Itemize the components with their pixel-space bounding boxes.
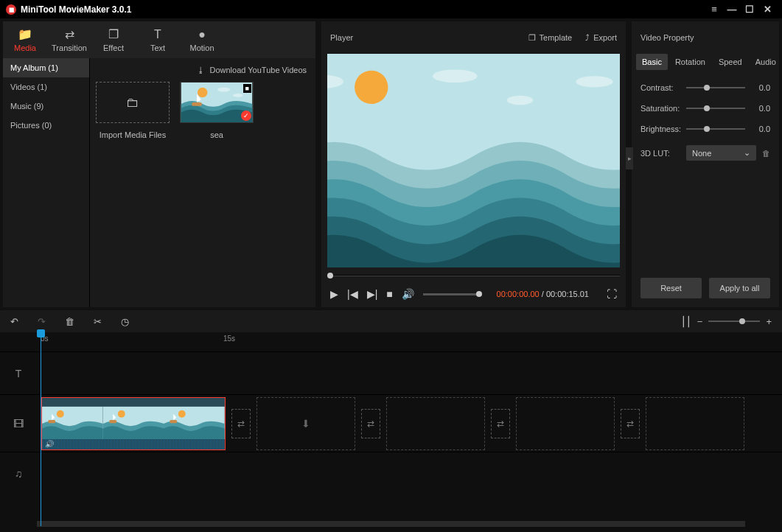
export-button[interactable]: ⤴ Export <box>585 33 617 42</box>
tab-effect-label: Effect <box>103 43 124 52</box>
tab-transition-label: Transition <box>52 43 87 52</box>
scrub-track <box>327 275 620 276</box>
album-pictures[interactable]: Pictures (0) <box>3 116 89 135</box>
scrub-bar[interactable] <box>327 272 620 279</box>
svg-point-10 <box>507 96 533 105</box>
import-label: Import Media Files <box>96 130 170 139</box>
template-button[interactable]: ❐ Template <box>528 33 573 43</box>
prop-tab-basic[interactable]: Basic <box>636 54 668 70</box>
transition-slot-3[interactable]: ⇄ <box>491 409 510 438</box>
video-track-icon: 🎞 <box>0 418 37 430</box>
text-track-body[interactable] <box>37 352 782 394</box>
contrast-slider[interactable] <box>686 87 745 88</box>
playhead[interactable] <box>41 335 41 526</box>
empty-slot-3[interactable] <box>516 397 615 450</box>
svg-point-1 <box>198 88 208 98</box>
close-button[interactable]: ✕ <box>758 4 776 15</box>
timeline-scrollbar[interactable] <box>37 521 745 527</box>
media-thumb[interactable]: ■ ✓ <box>180 82 254 123</box>
reset-button[interactable]: Reset <box>640 278 702 298</box>
trash-icon[interactable]: 🗑 <box>762 149 770 158</box>
speed-tool-button[interactable]: ◷ <box>121 316 129 327</box>
zoom-in-button[interactable]: + <box>766 316 772 327</box>
volume-icon[interactable]: 🔊 <box>402 288 414 300</box>
motion-icon: ● <box>198 28 206 41</box>
tab-transition[interactable]: ⇄ Transition <box>47 21 91 58</box>
saturation-slider[interactable] <box>686 108 745 109</box>
tab-text[interactable]: T Text <box>136 21 180 58</box>
delete-button[interactable]: 🗑 <box>65 316 74 327</box>
speaker-icon: 🔊 <box>45 440 54 448</box>
timeline-scrollbar-thumb[interactable] <box>37 521 745 527</box>
collapse-panel-button[interactable]: ▸ <box>626 147 633 169</box>
stop-button[interactable]: ■ <box>386 288 392 300</box>
brightness-slider[interactable] <box>686 128 745 130</box>
tab-effect[interactable]: ❐ Effect <box>91 21 136 58</box>
timeline-tracks: T 🎞 🔊 ⇄ ⬇ ⇄ ⇄ ⇄ <box>0 351 782 521</box>
album-music[interactable]: Music (9) <box>3 97 89 116</box>
download-youtube-button[interactable]: ⭳ Download YouTube Videos <box>96 64 310 82</box>
lut-label: 3D LUT: <box>640 149 680 158</box>
fit-icon[interactable]: ⎮⎮ <box>681 316 691 327</box>
transition-slot-1[interactable]: ⇄ <box>231 409 251 438</box>
empty-slot-2[interactable] <box>386 397 485 450</box>
next-frame-button[interactable]: ▶| <box>367 288 378 300</box>
brightness-knob[interactable] <box>704 126 710 132</box>
volume-knob[interactable] <box>476 291 482 297</box>
saturation-label: Saturation: <box>640 104 680 113</box>
hamburger-icon[interactable]: ≡ <box>705 4 723 15</box>
export-icon: ⤴ <box>585 33 590 42</box>
apply-all-button[interactable]: Apply to all <box>709 278 770 298</box>
svg-rect-14 <box>48 420 55 423</box>
saturation-knob[interactable] <box>704 105 710 111</box>
audio-track: ♫ <box>0 452 782 494</box>
property-panel: Video Property Basic Rotation Speed Audi… <box>632 21 779 307</box>
video-clip-sea[interactable]: 🔊 <box>41 397 226 450</box>
zoom-knob[interactable] <box>739 318 745 324</box>
contrast-knob[interactable] <box>704 85 710 91</box>
svg-rect-22 <box>170 420 178 423</box>
empty-slot-1[interactable]: ⬇ <box>256 397 355 450</box>
preview-area <box>327 54 620 267</box>
prop-tab-speed[interactable]: Speed <box>713 54 748 70</box>
audio-track-body[interactable] <box>37 452 782 494</box>
timeline-toolbar: ↶ ↷ 🗑 ✂ ◷ ⎮⎮ − + <box>0 310 782 332</box>
tab-motion[interactable]: ● Motion <box>180 21 224 58</box>
prev-frame-button[interactable]: |◀ <box>347 288 358 300</box>
redo-button[interactable]: ↷ <box>38 316 46 327</box>
album-videos[interactable]: Videos (1) <box>3 77 89 97</box>
zoom-slider[interactable] <box>708 321 760 322</box>
album-my[interactable]: My Album (1) <box>3 58 89 77</box>
svg-point-3 <box>233 94 243 97</box>
transition-slot-4[interactable]: ⇄ <box>621 409 640 438</box>
brightness-row: Brightness: 0.0 <box>632 119 779 139</box>
svg-point-13 <box>57 410 64 417</box>
contrast-label: Contrast: <box>640 83 680 92</box>
play-button[interactable]: ▶ <box>330 288 338 300</box>
folder-open-icon: 🗀 <box>126 95 139 111</box>
cut-button[interactable]: ✂ <box>94 316 102 327</box>
fullscreen-button[interactable]: ⛶ <box>607 288 617 300</box>
prop-tab-rotation[interactable]: Rotation <box>669 54 711 70</box>
maximize-button[interactable]: ☐ <box>741 4 758 15</box>
lut-select[interactable]: None ⌄ <box>686 145 756 161</box>
tab-media[interactable]: 📁 Media <box>3 21 47 58</box>
minimize-button[interactable]: — <box>723 4 741 15</box>
text-track-icon: T <box>0 368 37 379</box>
main-tabs: 📁 Media ⇄ Transition ❐ Effect T Text ● M… <box>3 21 315 58</box>
transition-slot-2[interactable]: ⇄ <box>361 409 380 438</box>
undo-button[interactable]: ↶ <box>10 316 18 327</box>
timeline-ruler[interactable]: 0s 15s <box>37 332 782 351</box>
prop-tab-audio[interactable]: Audio <box>750 54 782 70</box>
svg-point-21 <box>178 410 186 417</box>
import-media-button[interactable]: 🗀 <box>96 82 170 123</box>
playhead-handle[interactable] <box>37 329 45 337</box>
app-title: MiniTool MovieMaker 3.0.1 <box>21 4 131 15</box>
video-track-body[interactable]: 🔊 ⇄ ⬇ ⇄ ⇄ ⇄ <box>37 396 782 451</box>
scrub-knob[interactable] <box>327 273 333 279</box>
zoom-out-button[interactable]: − <box>697 316 703 327</box>
media-area: ⭳ Download YouTube Videos 🗀 Import Media… <box>90 58 315 307</box>
time-current: 00:00:00.00 <box>497 290 540 298</box>
volume-slider[interactable] <box>423 293 482 295</box>
empty-slot-4[interactable] <box>646 397 744 450</box>
